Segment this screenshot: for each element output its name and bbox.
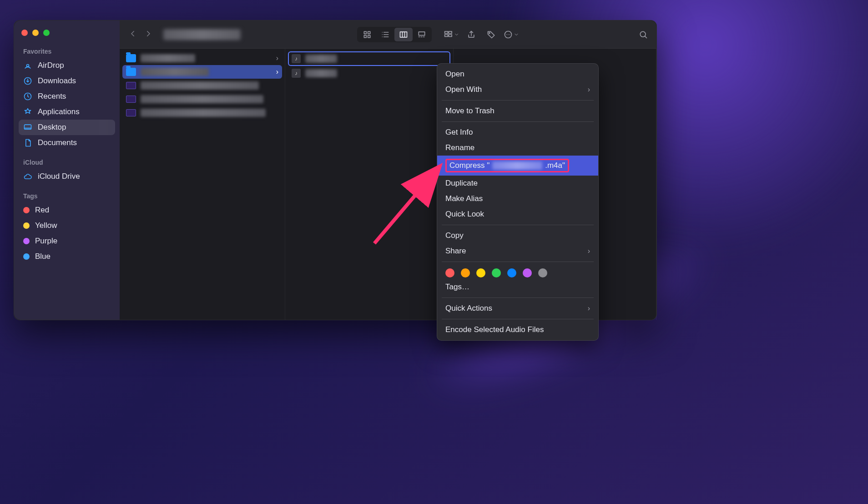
minimize-window-button[interactable]: [32, 30, 39, 36]
file-name: [305, 55, 337, 63]
share-button[interactable]: [464, 28, 479, 41]
sidebar-item-downloads[interactable]: Downloads: [19, 73, 115, 89]
sidebar-item-label: Purple: [35, 237, 57, 246]
main-area: › › ♪ ♪ Open Open With› Move to Trash Ge…: [120, 20, 656, 320]
download-icon: [23, 76, 32, 86]
zoom-window-button[interactable]: [43, 30, 50, 36]
sidebar-item-label: Applications: [38, 107, 80, 116]
menu-separator: [442, 262, 594, 262]
action-menu-button[interactable]: [504, 28, 519, 41]
menu-separator: [442, 319, 594, 319]
menu-item-open-with[interactable]: Open With›: [437, 82, 598, 97]
svg-rect-7: [368, 35, 370, 37]
group-menu-button[interactable]: [444, 28, 459, 41]
svg-point-16: [506, 34, 507, 35]
menu-item-move-to-trash[interactable]: Move to Trash: [437, 103, 598, 119]
svg-rect-6: [364, 35, 366, 37]
sidebar-item-label: Recents: [38, 92, 66, 101]
list-item[interactable]: [122, 79, 282, 92]
tag-dot-icon: [23, 207, 30, 213]
sidebar-item-airdrop[interactable]: AirDrop: [19, 58, 115, 73]
sidebar-tag-blue[interactable]: Blue: [19, 249, 115, 264]
sidebar-item-label: Red: [35, 206, 49, 215]
list-item[interactable]: ♪: [288, 66, 450, 81]
audio-file-icon: ♪: [292, 69, 301, 78]
list-item[interactable]: [122, 106, 282, 120]
sidebar: Favorites AirDrop Downloads Recents Appl…: [14, 20, 120, 320]
sidebar-item-icloud-drive[interactable]: iCloud Drive: [19, 169, 115, 184]
nav-forward-button[interactable]: [144, 30, 152, 40]
sidebar-section-tags: Tags: [19, 191, 115, 202]
tag-color-purple[interactable]: [523, 268, 532, 277]
sidebar-item-label: Yellow: [35, 221, 57, 230]
tag-color-gray[interactable]: [538, 268, 547, 277]
column-2[interactable]: ♪ ♪: [285, 49, 454, 320]
menu-item-rename[interactable]: Rename: [437, 140, 598, 156]
sidebar-item-label: AirDrop: [38, 61, 64, 70]
tag-color-yellow[interactable]: [476, 268, 485, 277]
list-item[interactable]: [122, 92, 282, 106]
menu-item-label: .m4a": [545, 161, 565, 170]
file-name: [141, 54, 195, 62]
finder-window: Favorites AirDrop Downloads Recents Appl…: [14, 20, 657, 320]
sidebar-section-icloud: iCloud: [19, 157, 115, 169]
menu-item-tags[interactable]: Tags…: [437, 279, 598, 295]
menu-item-quick-actions[interactable]: Quick Actions›: [437, 301, 598, 316]
sidebar-tag-red[interactable]: Red: [19, 202, 115, 218]
toolbar: [120, 20, 656, 49]
sidebar-tag-purple[interactable]: Purple: [19, 233, 115, 249]
menu-item-copy[interactable]: Copy: [437, 228, 598, 243]
file-name: [141, 95, 263, 103]
menu-item-duplicate[interactable]: Duplicate: [437, 176, 598, 191]
menu-item-make-alias[interactable]: Make Alias: [437, 191, 598, 207]
desktop-icon: [23, 123, 32, 132]
svg-point-17: [508, 34, 509, 35]
file-name: [141, 109, 266, 117]
sidebar-item-recents[interactable]: Recents: [19, 89, 115, 104]
column-1[interactable]: › ›: [120, 49, 285, 320]
sidebar-item-desktop[interactable]: Desktop: [19, 120, 115, 135]
submenu-arrow-icon: ›: [588, 86, 590, 94]
image-icon: [126, 109, 136, 116]
menu-item-quick-look[interactable]: Quick Look: [437, 207, 598, 222]
nav-back-button[interactable]: [129, 30, 137, 40]
svg-rect-8: [400, 32, 407, 37]
tag-color-red[interactable]: [445, 268, 454, 277]
list-item[interactable]: ›: [122, 65, 282, 79]
applications-icon: [23, 107, 32, 116]
close-window-button[interactable]: [21, 30, 28, 36]
menu-separator: [442, 100, 594, 101]
svg-rect-11: [449, 31, 452, 33]
list-item[interactable]: ›: [122, 51, 282, 65]
submenu-arrow-icon: ›: [588, 304, 590, 312]
tag-color-blue[interactable]: [507, 268, 516, 277]
tag-color-green[interactable]: [492, 268, 501, 277]
svg-point-18: [510, 34, 510, 35]
tags-button[interactable]: [484, 28, 499, 41]
search-button[interactable]: [636, 28, 651, 41]
menu-item-encode-audio[interactable]: Encode Selected Audio Files: [437, 322, 598, 338]
file-name: [141, 68, 209, 76]
view-gallery-button[interactable]: [413, 28, 431, 41]
tag-color-orange[interactable]: [461, 268, 470, 277]
filename-redacted: [492, 161, 542, 170]
tag-color-row: [437, 265, 598, 279]
tag-dot-icon: [23, 238, 30, 244]
menu-item-get-info[interactable]: Get Info: [437, 125, 598, 140]
audio-file-icon: ♪: [292, 54, 301, 63]
sidebar-item-applications[interactable]: Applications: [19, 104, 115, 120]
view-list-button[interactable]: [376, 28, 394, 41]
view-columns-button[interactable]: [394, 28, 413, 41]
menu-item-label: Compress ": [449, 161, 490, 170]
svg-rect-4: [364, 31, 366, 34]
menu-item-compress[interactable]: Compress ".m4a": [437, 156, 598, 176]
sidebar-item-documents[interactable]: Documents: [19, 135, 115, 151]
list-item[interactable]: ♪: [288, 51, 450, 66]
menu-item-open[interactable]: Open: [437, 66, 598, 82]
image-icon: [126, 96, 136, 103]
menu-item-share[interactable]: Share›: [437, 243, 598, 259]
chevron-right-icon: ›: [276, 54, 278, 62]
view-icons-button[interactable]: [358, 28, 376, 41]
sidebar-tag-yellow[interactable]: Yellow: [19, 218, 115, 233]
window-controls: [19, 29, 115, 46]
